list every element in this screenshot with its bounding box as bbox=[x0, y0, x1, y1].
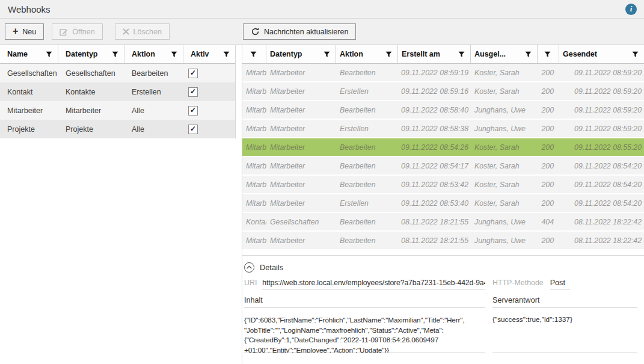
message-cell: Erstellen bbox=[336, 87, 398, 96]
message-row[interactable]: MitarbMitarbeiterBearbeiten08.11.2022 18… bbox=[242, 232, 644, 250]
message-cell: Mitarbeiter bbox=[266, 125, 336, 133]
message-column-header-Datentyp[interactable]: Datentyp bbox=[266, 45, 336, 63]
toolbar: + Neu Öffnen Löschen Nachrichten aktuali… bbox=[0, 19, 644, 45]
message-column-header-Gesendet[interactable]: Gesendet bbox=[559, 45, 644, 63]
message-cell: Bearbeiten bbox=[336, 69, 398, 77]
message-cell: Koster, Sarah bbox=[471, 87, 538, 96]
uri-field-group: URI https://web.store.local.env/employee… bbox=[244, 279, 485, 289]
open-button[interactable]: Öffnen bbox=[52, 23, 102, 40]
message-cell: 09.11.2022 08:53:42 bbox=[398, 180, 471, 189]
refresh-icon bbox=[251, 27, 260, 36]
message-row[interactable]: MitarbMitarbeiterBearbeiten09.11.2022 08… bbox=[242, 157, 644, 176]
filter-icon[interactable] bbox=[324, 51, 330, 58]
message-cell: 200 bbox=[538, 180, 559, 189]
message-cell: Koster, Sarah bbox=[471, 69, 538, 77]
message-table-body: MitarbMitarbeiterBearbeiten09.11.2022 08… bbox=[242, 64, 644, 250]
message-cell: 09.11.2022 08:59:20 bbox=[559, 125, 644, 133]
http-method-field[interactable]: Post bbox=[550, 279, 570, 289]
new-button[interactable]: + Neu bbox=[5, 23, 44, 40]
message-cell: Mitarbeiter bbox=[266, 106, 336, 114]
column-header-Aktiv[interactable]: Aktiv bbox=[183, 45, 235, 63]
aktiv-checkbox[interactable]: ✓ bbox=[188, 69, 198, 78]
delete-button[interactable]: Löschen bbox=[115, 23, 170, 40]
aktiv-checkbox[interactable]: ✓ bbox=[188, 87, 198, 97]
webhook-cell-datentyp: Gesellschaften bbox=[58, 69, 124, 78]
webhook-cell-name: Projekte bbox=[0, 125, 58, 134]
filter-icon[interactable] bbox=[223, 51, 230, 58]
message-row[interactable]: MitarbMitarbeiterBearbeiten09.11.2022 08… bbox=[242, 101, 644, 120]
webhook-list-panel: NameDatentypAktionAktiv GesellschaftenGe… bbox=[0, 45, 242, 364]
response-field[interactable]: {"success":true,"id":1337} bbox=[492, 310, 637, 353]
webhook-cell-name: Mitarbeiter bbox=[0, 106, 58, 115]
column-header-label: Datentyp bbox=[66, 50, 97, 58]
filter-icon[interactable] bbox=[458, 51, 465, 58]
message-cell: Mitarb bbox=[242, 162, 266, 170]
info-icon[interactable]: i bbox=[625, 4, 637, 15]
message-row[interactable]: MitarbMitarbeiterErstellen09.11.2022 08:… bbox=[242, 82, 644, 101]
message-column-header-Erstellt am[interactable]: Erstellt am bbox=[398, 45, 471, 63]
message-cell: Mitarb bbox=[242, 87, 266, 96]
message-cell: Bearbeiten bbox=[336, 218, 398, 226]
message-cell: Koster, Sarah bbox=[471, 199, 538, 208]
column-header-label: Erstellt am bbox=[402, 50, 440, 58]
filter-icon[interactable] bbox=[250, 51, 257, 58]
message-cell: Mitarbeiter bbox=[266, 69, 336, 77]
collapse-details-button[interactable] bbox=[244, 262, 254, 273]
message-row[interactable]: MitarbMitarbeiterBearbeiten09.11.2022 08… bbox=[242, 138, 644, 157]
message-cell: Koster, Sarah bbox=[471, 143, 538, 152]
open-button-label: Öffnen bbox=[72, 28, 94, 36]
webhook-cell-aktiv: ✓ bbox=[183, 87, 235, 97]
message-row[interactable]: KontakGesellschaftenBearbeiten08.11.2022… bbox=[242, 213, 644, 232]
column-header-Datentyp[interactable]: Datentyp bbox=[58, 45, 124, 63]
check-icon: ✓ bbox=[190, 106, 196, 114]
webhook-row[interactable]: MitarbeiterMitarbeiterAlle✓ bbox=[0, 101, 235, 120]
uri-field[interactable]: https://web.store.local.env/employees/st… bbox=[262, 279, 485, 289]
message-row[interactable]: MitarbMitarbeiterErstellen09.11.2022 08:… bbox=[242, 120, 644, 138]
webhook-row[interactable]: KontaktKontakteErstellen✓ bbox=[0, 82, 235, 101]
message-cell: 09.11.2022 08:54:20 bbox=[559, 199, 644, 208]
details-panel: Details URI https://web.store.local.env/… bbox=[242, 256, 644, 353]
message-cell: Koster, Sarah bbox=[471, 162, 538, 170]
webhook-row[interactable]: ProjekteProjekteAlle✓ bbox=[0, 120, 235, 138]
message-cell: Erstellen bbox=[336, 199, 398, 208]
column-header-Name[interactable]: Name bbox=[0, 45, 58, 63]
check-icon: ✓ bbox=[190, 69, 196, 76]
chevron-up-icon bbox=[247, 265, 252, 269]
webhook-row[interactable]: GesellschaftenGesellschaftenBearbeiten✓ bbox=[0, 64, 235, 82]
filter-icon[interactable] bbox=[112, 51, 118, 58]
webhook-table-header: NameDatentypAktionAktiv bbox=[0, 45, 235, 64]
webhook-cell-datentyp: Projekte bbox=[58, 125, 124, 134]
message-cell: Erstellen bbox=[336, 125, 398, 133]
message-cell: Mitarbeiter bbox=[266, 236, 336, 245]
message-row[interactable]: MitarbMitarbeiterErstellen09.11.2022 08:… bbox=[242, 194, 644, 213]
message-cell: 09.11.2022 08:55:20 bbox=[559, 143, 644, 152]
filter-icon[interactable] bbox=[385, 51, 392, 58]
filter-icon[interactable] bbox=[525, 51, 532, 58]
http-method-label: HTTP-Methode bbox=[492, 279, 544, 287]
message-cell: Bearbeiten bbox=[336, 143, 398, 152]
message-cell: 09.11.2022 08:59:20 bbox=[559, 106, 644, 114]
message-cell: Bearbeiten bbox=[336, 236, 398, 245]
aktiv-checkbox[interactable]: ✓ bbox=[188, 106, 198, 116]
content-field[interactable]: {"ID":6083,"FirstName":"Fröhlich","LastN… bbox=[244, 310, 485, 353]
message-row[interactable]: MitarbMitarbeiterBearbeiten09.11.2022 08… bbox=[242, 176, 644, 194]
message-column-header-Aktion[interactable]: Aktion bbox=[336, 45, 398, 63]
message-column-header-Ausgel...[interactable]: Ausgel... bbox=[471, 45, 538, 63]
column-header-label: Name bbox=[7, 50, 28, 58]
message-column-header-filter[interactable] bbox=[242, 45, 266, 63]
filter-icon[interactable] bbox=[632, 51, 639, 58]
message-cell: 09.11.2022 08:59:16 bbox=[398, 87, 471, 96]
filter-icon[interactable] bbox=[544, 51, 551, 58]
refresh-messages-button[interactable]: Nachrichten aktualisieren bbox=[243, 23, 356, 40]
edit-icon bbox=[60, 28, 68, 36]
message-cell: 200 bbox=[538, 87, 559, 96]
aktiv-checkbox[interactable]: ✓ bbox=[188, 125, 198, 134]
close-icon bbox=[123, 28, 129, 35]
column-header-Aktion[interactable]: Aktion bbox=[124, 45, 183, 63]
message-cell: Bearbeiten bbox=[336, 162, 398, 170]
filter-icon[interactable] bbox=[171, 51, 177, 58]
filter-icon[interactable] bbox=[46, 51, 52, 58]
message-column-header-filter[interactable] bbox=[538, 45, 559, 63]
message-row[interactable]: MitarbMitarbeiterBearbeiten09.11.2022 08… bbox=[242, 64, 644, 82]
message-cell: 09.11.2022 08:54:20 bbox=[559, 180, 644, 189]
